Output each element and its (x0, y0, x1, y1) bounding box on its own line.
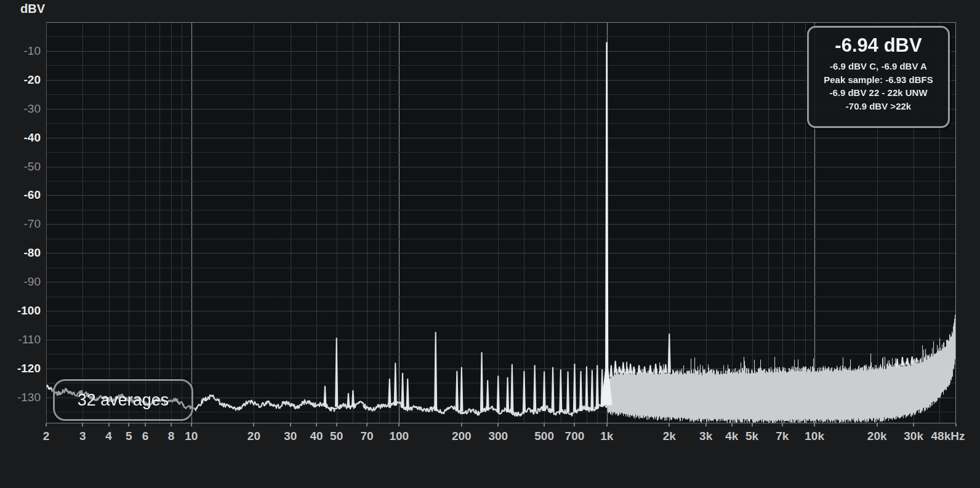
y-tick-label: -20 (0, 73, 41, 87)
x-tick-mark (171, 423, 172, 426)
legend-bar: ✔ Spectrum -132.7 dBV (0, 455, 980, 488)
y-tick-label: -70 (0, 217, 41, 231)
x-tick-mark (108, 423, 110, 426)
y-tick-label: -60 (0, 188, 41, 202)
y-tick-label: -40 (0, 131, 41, 145)
x-tick-mark (128, 423, 129, 426)
x-tick-mark (752, 423, 753, 426)
peak-readout-band: -6.9 dBV 22 - 22k UNW (809, 86, 948, 100)
x-tick-mark (461, 423, 462, 426)
averages-overlay-label: 32 averages (78, 391, 169, 410)
x-tick-mark (290, 423, 291, 426)
peak-readout-box: -6.94 dBV -6.9 dBV C, -6.9 dBV A Peak sa… (807, 26, 950, 128)
y-axis-unit-label: dBV (20, 2, 45, 16)
peak-readout-ultrasonic: -70.9 dBV >22k (809, 100, 948, 113)
x-tick-label: 1k (577, 429, 637, 444)
x-tick-label: 48kHz (918, 429, 978, 444)
x-tick-mark (955, 423, 957, 426)
x-tick-mark (574, 423, 575, 426)
y-tick-label: -130 (0, 391, 41, 404)
peak-readout-title: -6.94 dBV (809, 34, 948, 57)
x-tick-mark (544, 423, 545, 426)
x-tick-mark (705, 423, 707, 426)
y-tick-label: -50 (0, 160, 41, 174)
spectrum-analyzer-panel: dBV -10-20-30-40-50-60-70-80-90-100-110-… (0, 0, 980, 488)
x-tick-mark (253, 423, 254, 426)
x-tick-mark (316, 423, 317, 426)
peak-readout-weighted: -6.9 dBV C, -6.9 dBV A (809, 60, 948, 73)
x-tick-mark (46, 423, 47, 426)
x-tick-mark (606, 423, 608, 426)
y-tick-label: -100 (0, 304, 41, 318)
y-tick-label: -110 (0, 333, 41, 346)
x-tick-mark (497, 423, 499, 426)
x-tick-mark (814, 423, 815, 426)
x-tick-mark (82, 423, 83, 426)
x-tick-mark (669, 423, 670, 426)
y-tick-label: -30 (0, 102, 41, 116)
averages-overlay: 32 averages (53, 379, 193, 421)
x-tick-label: 10k (785, 429, 844, 444)
x-tick-mark (782, 423, 783, 426)
y-tick-label: -80 (0, 246, 41, 260)
x-tick-label: 10 (162, 429, 221, 444)
x-tick-mark (336, 423, 337, 426)
x-tick-mark (145, 423, 146, 426)
x-tick-mark (913, 423, 914, 426)
x-tick-mark (731, 423, 733, 426)
x-tick-mark (877, 423, 878, 426)
x-tick-mark (366, 423, 367, 426)
y-tick-label: -120 (0, 362, 41, 375)
y-tick-label: -90 (0, 275, 41, 289)
x-tick-mark (398, 423, 400, 426)
y-tick-label: -10 (0, 44, 41, 58)
x-tick-mark (191, 423, 192, 426)
peak-readout-sample: Peak sample: -6.93 dBFS (809, 73, 948, 87)
x-tick-label: 100 (369, 429, 428, 444)
